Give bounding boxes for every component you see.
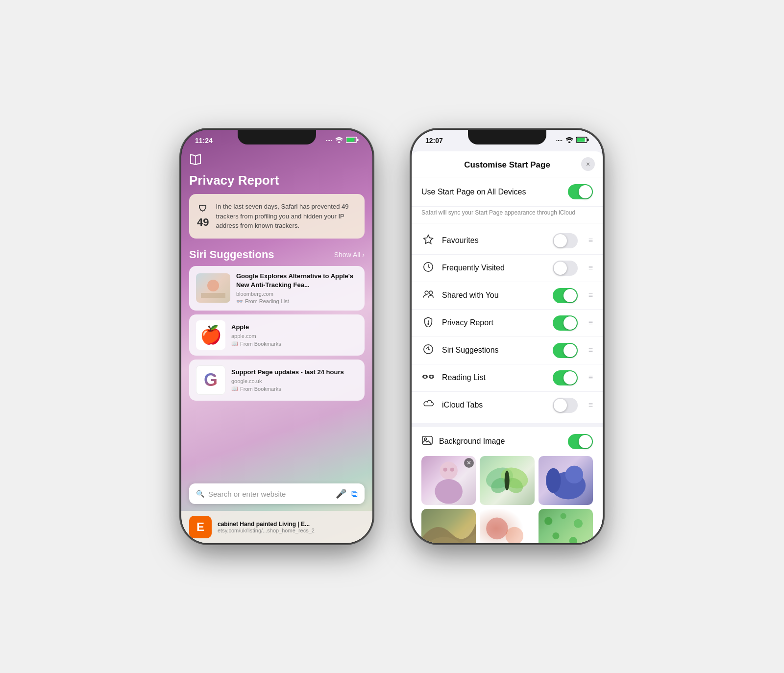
bookmark-icon: 📖 (231, 340, 238, 347)
reading-list-drag-handle[interactable]: ≡ (588, 373, 593, 382)
bg-image-3[interactable] (539, 456, 593, 505)
sync-note: Safari will sync your Start Page appeara… (412, 207, 603, 223)
reading-list-icon (421, 372, 435, 384)
bg-image-6[interactable] (539, 509, 593, 543)
time-2: 12:07 (425, 137, 443, 144)
modal-close-button[interactable]: × (581, 157, 595, 171)
bg-image-1[interactable]: ✕ (421, 456, 476, 505)
siri-suggestions-toggle[interactable] (553, 343, 578, 358)
svg-point-39 (560, 513, 566, 519)
siri-title: Siri Suggestions (189, 248, 274, 261)
favourites-toggle[interactable] (553, 233, 578, 248)
siri-suggestions-drag-handle[interactable]: ≡ (588, 346, 593, 355)
shared-with-you-toggle[interactable] (553, 288, 578, 303)
google-title: Support Page updates - last 24 hours (231, 368, 358, 377)
book-icon (189, 154, 365, 168)
svg-point-22 (424, 438, 427, 440)
bottom-etsy-card[interactable]: E cabinet Hand painted Living | E... ets… (181, 511, 372, 543)
privacy-report-icon (421, 316, 435, 330)
toggle-knob (564, 344, 577, 357)
privacy-report-drag-handle[interactable]: ≡ (588, 318, 593, 327)
reading-list-label: Reading List (442, 373, 546, 382)
shared-with-you-drag-handle[interactable]: ≡ (588, 291, 593, 300)
icloud-tabs-icon (421, 400, 435, 411)
frequently-visited-toggle[interactable] (553, 261, 578, 276)
etsy-title: cabinet Hand painted Living | E... (218, 521, 365, 528)
svg-point-5 (207, 280, 219, 291)
apple-logo-icon: 🍎 (200, 325, 222, 345)
settings-row-privacy-report[interactable]: Privacy Report ≡ (412, 310, 603, 337)
bg-image-2[interactable] (480, 456, 534, 505)
background-image-icon (421, 435, 433, 448)
reading-list-icon: 👓 (236, 298, 243, 305)
bg-image-5[interactable] (480, 509, 534, 543)
apple-source: 📖 From Bookmarks (231, 340, 358, 347)
use-start-page-toggle[interactable] (568, 184, 593, 199)
modal-title: Customise Start Page (464, 160, 550, 170)
svg-point-33 (565, 465, 583, 483)
privacy-count: 49 (197, 216, 209, 229)
svg-point-43 (543, 543, 549, 543)
bloomberg-thumb (196, 273, 230, 303)
google-thumb: G (196, 365, 225, 395)
shared-with-you-icon (421, 289, 435, 302)
svg-point-40 (574, 519, 583, 528)
toggle-knob (564, 316, 577, 330)
suggestion-item-2[interactable]: G Support Page updates - last 24 hours g… (189, 360, 365, 401)
signal-2: ···· (556, 137, 563, 144)
settings-row-siri-suggestions[interactable]: Siri Suggestions ≡ (412, 337, 603, 364)
privacy-card: 🛡 49 In the last seven days, Safari has … (189, 194, 365, 239)
use-start-page-row[interactable]: Use Start Page on All Devices (412, 177, 603, 207)
search-bar[interactable]: 🔍 Search or enter website 🎤 ⧉ (189, 483, 365, 504)
search-icon: 🔍 (196, 490, 204, 498)
favourites-drag-handle[interactable]: ≡ (588, 236, 593, 245)
siri-header: Siri Suggestions Show All › (189, 248, 365, 261)
etsy-url: etsy.com/uk/listing/...shop_home_recs_2 (218, 528, 365, 533)
svg-point-13 (429, 291, 433, 294)
etsy-icon: E (189, 516, 212, 538)
signal-1: ···· (326, 137, 332, 144)
bg-image-4[interactable] (421, 509, 476, 543)
reading-list-toggle[interactable] (553, 370, 578, 385)
icloud-tabs-label: iCloud Tabs (442, 401, 546, 409)
svg-rect-6 (201, 293, 225, 298)
icloud-tabs-toggle[interactable] (553, 398, 578, 413)
battery-1 (346, 137, 359, 144)
suggestion-item-1[interactable]: 🍎 Apple apple.com 📖 From Bookmarks (189, 314, 365, 356)
svg-marker-10 (424, 235, 433, 243)
close-icon: × (586, 160, 590, 168)
settings-row-shared-with-you[interactable]: Shared with You ≡ (412, 282, 603, 310)
google-source: 📖 From Bookmarks (231, 385, 358, 392)
privacy-report-toggle[interactable] (553, 315, 578, 331)
suggestion-item-0[interactable]: Google Explores Alternative to Apple's N… (189, 266, 365, 311)
svg-rect-20 (430, 375, 433, 379)
delete-badge-1[interactable]: ✕ (464, 458, 474, 468)
bloomberg-info: Google Explores Alternative to Apple's N… (236, 272, 358, 305)
settings-row-icloud-tabs[interactable]: iCloud Tabs ≡ (412, 392, 603, 419)
settings-row-favourites[interactable]: Favourites ≡ (412, 227, 603, 255)
svg-rect-9 (588, 139, 589, 141)
toggle-knob (564, 371, 577, 385)
background-image-toggle[interactable] (568, 434, 593, 449)
phone2-modal-content: Customise Start Page × Use Start Page on… (412, 151, 603, 543)
google-info: Support Page updates - last 24 hours goo… (231, 368, 358, 392)
svg-point-35 (486, 517, 508, 539)
microphone-icon[interactable]: 🎤 (336, 488, 346, 499)
siri-suggestions-icon (421, 344, 435, 357)
svg-point-25 (443, 467, 447, 471)
settings-row-reading-list[interactable]: Reading List ≡ (412, 364, 603, 392)
svg-rect-19 (424, 375, 427, 379)
settings-row-frequently-visited[interactable]: Frequently Visited ≡ (412, 255, 603, 282)
siri-suggestions-label: Siri Suggestions (442, 346, 546, 355)
shield-icon: 🛡 (198, 204, 207, 214)
tabs-icon[interactable]: ⧉ (351, 489, 358, 499)
privacy-shield: 🛡 49 (197, 202, 209, 231)
toggle-knob (554, 234, 567, 247)
show-all-button[interactable]: Show All › (334, 251, 365, 259)
svg-point-31 (505, 471, 510, 490)
bloomberg-url: bloomberg.com (236, 291, 358, 297)
frequently-visited-drag-handle[interactable]: ≡ (588, 264, 593, 272)
toggle-knob (564, 289, 577, 302)
icloud-tabs-drag-handle[interactable]: ≡ (588, 401, 593, 409)
svg-point-42 (569, 537, 577, 543)
